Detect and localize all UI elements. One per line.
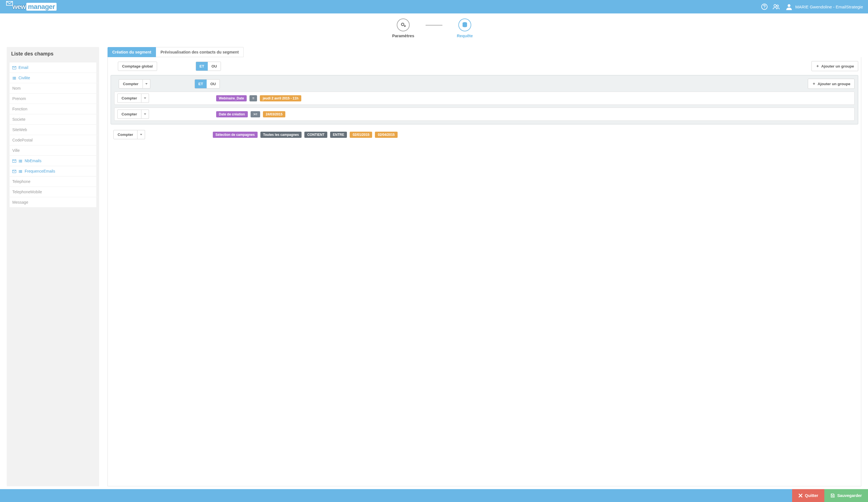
add-group-nested[interactable]: ＋Ajouter un groupe: [808, 79, 855, 89]
help-button[interactable]: [761, 3, 768, 10]
field-item-frequenceemails[interactable]: FrequenceEmails: [10, 166, 96, 176]
nested-group: Compter ET OU ＋Ajouter un groupe Compter: [111, 75, 858, 124]
global-count-button[interactable]: Comptage global: [118, 62, 157, 71]
field-item-telephonemobile[interactable]: TelephoneMobile: [10, 187, 96, 197]
compter-caret-r1[interactable]: [142, 94, 149, 103]
field-label: CodePostal: [12, 138, 32, 142]
field-label: Civilite: [19, 76, 30, 80]
compter-caret-r2[interactable]: [142, 110, 149, 119]
field-label: Societe: [12, 117, 25, 122]
quit-button[interactable]: Quitter: [792, 489, 825, 502]
logic-et-nested[interactable]: ET: [195, 80, 207, 88]
logic-et[interactable]: ET: [196, 62, 208, 71]
rule3-date2-tag[interactable]: 02/04/2015: [375, 132, 397, 138]
rule3-date1-tag[interactable]: 02/01/2015: [350, 132, 372, 138]
compter-caret-r3[interactable]: [137, 130, 145, 139]
field-label: Prenom: [12, 96, 26, 101]
users-button[interactable]: [773, 3, 779, 10]
tab-preview[interactable]: Prévisualisation des contacts du segment: [156, 47, 243, 57]
logic-ou-nested[interactable]: OU: [207, 80, 219, 88]
caret-down-icon: [144, 113, 146, 115]
compter-button[interactable]: Compter: [119, 79, 143, 89]
field-item-civilite[interactable]: Civilite: [10, 73, 96, 83]
step-parametres[interactable]: Paramètres: [381, 19, 426, 38]
logic-toggle-nested[interactable]: ET OU: [195, 79, 220, 89]
compter-split-r3[interactable]: Compter: [113, 130, 145, 139]
tabs: Création du segment Prévisualisation des…: [107, 47, 861, 57]
users-icon: [773, 3, 779, 10]
save-button[interactable]: Sauvegarder: [824, 489, 868, 502]
app-logo[interactable]: wew manager: [5, 3, 56, 11]
compter-button-r3[interactable]: Compter: [113, 130, 137, 139]
rule1-op-tag[interactable]: =: [249, 95, 257, 101]
caret-down-icon: [140, 134, 142, 135]
field-item-email[interactable]: Email: [10, 62, 96, 73]
brand-right: manager: [26, 3, 57, 11]
logic-ou[interactable]: OU: [208, 62, 221, 71]
field-item-message[interactable]: Message: [10, 197, 96, 207]
rule3-scope-tag[interactable]: Toutes les campagnes: [260, 132, 302, 138]
rule-row-1[interactable]: Compter Webinaire_Date = jeudi 2 avril 2…: [114, 92, 855, 105]
field-label: FrequenceEmails: [25, 169, 55, 173]
rule3-range-tag[interactable]: ENTRE: [330, 132, 347, 138]
gears-icon: [400, 22, 406, 28]
brand-left: wew: [12, 3, 26, 11]
rule-row-2[interactable]: Compter Date de création >= 24/03/2015: [114, 107, 855, 121]
rule1-field-tag[interactable]: Webinaire_Date: [216, 95, 247, 101]
mail-icon: [12, 170, 17, 173]
field-label: TelephoneMobile: [12, 189, 42, 194]
rule2-field-tag[interactable]: Date de création: [216, 111, 248, 117]
field-label: Fonction: [12, 107, 28, 111]
rule2-op-tag[interactable]: >=: [251, 111, 260, 117]
database-icon: [462, 22, 468, 28]
help-icon: [761, 3, 768, 10]
logo-envelope-icon: [6, 0, 13, 7]
caret-down-icon: [145, 83, 147, 85]
fields-sidebar: Liste des champs EmailCiviliteNomPrenomF…: [7, 47, 99, 486]
field-item-societe[interactable]: Societe: [10, 114, 96, 125]
logic-toggle-outer[interactable]: ET OU: [196, 62, 221, 71]
add-group-outer[interactable]: ＋Ajouter un groupe: [812, 61, 858, 71]
plus-icon: ＋: [816, 64, 819, 69]
field-item-fonction[interactable]: Fonction: [10, 104, 96, 114]
svg-point-1: [764, 8, 765, 9]
rule1-val-tag[interactable]: jeudi 2 avril 2015 - 11h: [260, 95, 301, 101]
save-icon: [830, 493, 835, 498]
close-icon: [798, 493, 803, 498]
rule3-field-tag[interactable]: Sélection de campagnes: [213, 132, 258, 138]
svg-point-2: [774, 4, 776, 7]
field-item-nbemails[interactable]: NbEmails: [10, 156, 96, 166]
user-menu[interactable]: MARIE Gwendoline - EmailStrategie: [786, 3, 863, 10]
compter-split-r2[interactable]: Compter: [117, 110, 149, 119]
sidebar-title: Liste des champs: [7, 47, 99, 61]
svg-point-3: [777, 5, 778, 7]
step-requete-label: Requête: [457, 34, 473, 38]
field-item-codepostal[interactable]: CodePostal: [10, 135, 96, 145]
list-icon: [12, 76, 17, 80]
mail-icon: [12, 66, 17, 69]
rule-row-3[interactable]: Compter Sélection de campagnes Toutes le…: [113, 128, 858, 141]
compter-button-r1[interactable]: Compter: [117, 94, 142, 103]
svg-point-4: [788, 4, 790, 7]
field-label: Email: [19, 65, 28, 70]
rule2-val-tag[interactable]: 24/03/2015: [263, 111, 285, 117]
compter-split-r1[interactable]: Compter: [117, 94, 149, 103]
compter-button-r2[interactable]: Compter: [117, 110, 142, 119]
caret-down-icon: [144, 98, 146, 99]
compter-caret[interactable]: [143, 79, 151, 89]
field-list[interactable]: EmailCiviliteNomPrenomFonctionSocieteSit…: [8, 61, 98, 485]
compter-split-nested[interactable]: Compter: [119, 79, 151, 89]
field-label: SiteWeb: [12, 127, 27, 132]
field-item-siteweb[interactable]: SiteWeb: [10, 125, 96, 135]
step-indicator: Paramètres Requête: [0, 13, 868, 40]
step-requete[interactable]: Requête: [442, 19, 487, 38]
builder-top-bar: Comptage global ET OU ＋Ajouter un groupe: [111, 61, 858, 71]
user-icon: [786, 3, 793, 10]
field-item-prenom[interactable]: Prenom: [10, 94, 96, 104]
rule3-op-tag[interactable]: CONTIENT: [304, 132, 327, 138]
field-item-telephone[interactable]: Telephone: [10, 176, 96, 187]
field-item-ville[interactable]: Ville: [10, 145, 96, 156]
field-item-nom[interactable]: Nom: [10, 83, 96, 94]
tab-creation[interactable]: Création du segment: [107, 47, 156, 57]
plus-icon: ＋: [812, 81, 816, 86]
